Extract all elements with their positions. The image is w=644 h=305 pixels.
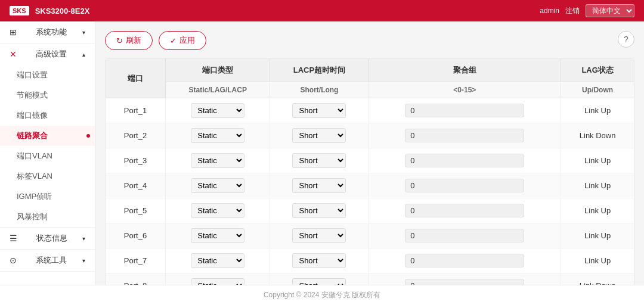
lag-group-input[interactable]: [405, 204, 524, 217]
lacp-timeout-cell[interactable]: ShortLong: [270, 198, 369, 223]
sidebar-item-tools[interactable]: ⊙ 系统工具 ▾: [0, 250, 95, 271]
lag-group-input[interactable]: [405, 129, 524, 142]
lag-status-cell: Link Up: [561, 223, 634, 248]
chevron-down-icon-3: ▾: [82, 257, 85, 264]
sidebar-item-advanced[interactable]: ✕ 高级设置 ▴: [0, 43, 95, 65]
table-container: 端口 端口类型 LACP超时时间 聚合组 LAG状态 Static/LAG/LA…: [105, 58, 634, 285]
refresh-icon: ↻: [116, 36, 123, 45]
port-type-select[interactable]: StaticLAGLACP: [191, 103, 244, 118]
sidebar-section-status: ☰ 状态信息 ▾: [0, 228, 95, 250]
username: admin: [540, 7, 559, 15]
port-name-cell: Port_3: [106, 148, 165, 173]
help-button[interactable]: ?: [618, 31, 634, 48]
lacp-timeout-select[interactable]: ShortLong: [292, 203, 346, 218]
sidebar-section-system: ⊞ 系统功能 ▾: [0, 21, 95, 43]
lag-group-cell[interactable]: [369, 173, 561, 198]
lag-group-cell[interactable]: [369, 223, 561, 248]
port-type-cell[interactable]: StaticLAGLACP: [165, 223, 270, 248]
sidebar-sub-port-mirror[interactable]: 端口镜像: [0, 105, 95, 126]
lag-status-cell: Link Up: [561, 198, 634, 223]
lag-group-cell[interactable]: [369, 148, 561, 173]
question-icon: ?: [624, 35, 628, 44]
lacp-timeout-cell[interactable]: ShortLong: [270, 148, 369, 173]
lag-group-cell[interactable]: [369, 123, 561, 148]
col-port-type-sub: Static/LAG/LACP: [165, 82, 270, 98]
port-type-cell[interactable]: StaticLAGLACP: [165, 123, 270, 148]
logo: SKS: [10, 6, 29, 15]
lacp-timeout-cell[interactable]: ShortLong: [270, 273, 369, 285]
product-name: SKS3200-8E2X: [35, 7, 90, 15]
lag-group-cell[interactable]: [369, 248, 561, 273]
port-name-cell: Port_8: [106, 273, 165, 285]
language-select[interactable]: 简体中文: [586, 4, 634, 17]
port-type-select[interactable]: StaticLAGLACP: [191, 153, 244, 168]
lacp-timeout-cell[interactable]: ShortLong: [270, 98, 369, 123]
sidebar-sub-port-settings[interactable]: 端口设置: [0, 65, 95, 85]
port-type-cell[interactable]: StaticLAGLACP: [165, 173, 270, 198]
lag-status-cell: Link Up: [561, 248, 634, 273]
apply-button[interactable]: ✓ 应用: [159, 31, 206, 50]
port-type-select[interactable]: StaticLAGLACP: [191, 128, 244, 143]
page-footer: Copyright © 2024 安徽兮克 版权所有: [0, 285, 644, 305]
lacp-timeout-select[interactable]: ShortLong: [292, 278, 346, 285]
sidebar-item-system[interactable]: ⊞ 系统功能 ▾: [0, 21, 95, 43]
lag-status-cell: Link Up: [561, 98, 634, 123]
lag-group-cell[interactable]: [369, 198, 561, 223]
sidebar-sub-power-saving[interactable]: 节能模式: [0, 85, 95, 105]
lag-group-cell[interactable]: [369, 98, 561, 123]
port-type-cell[interactable]: StaticLAGLACP: [165, 98, 270, 123]
col-port-type: 端口类型: [165, 59, 270, 82]
lacp-timeout-select[interactable]: ShortLong: [292, 178, 346, 193]
lacp-timeout-select[interactable]: ShortLong: [292, 128, 346, 143]
port-type-select[interactable]: StaticLAGLACP: [191, 278, 244, 285]
port-type-cell[interactable]: StaticLAGLACP: [165, 248, 270, 273]
table-row: Port_3StaticLAGLACPShortLongLink Up: [106, 148, 634, 173]
lag-group-input[interactable]: [405, 104, 524, 117]
lag-group-input[interactable]: [405, 179, 524, 192]
lag-status-cell: Link Up: [561, 148, 634, 173]
port-type-select[interactable]: StaticLAGLACP: [191, 203, 244, 218]
lacp-timeout-select[interactable]: ShortLong: [292, 228, 346, 243]
system-icon: ⊞: [10, 27, 17, 37]
lacp-timeout-select[interactable]: ShortLong: [292, 103, 346, 118]
table-row: Port_1StaticLAGLACPShortLongLink Up: [106, 98, 634, 123]
port-type-select[interactable]: StaticLAGLACP: [191, 253, 244, 268]
apply-label: 应用: [179, 35, 195, 46]
refresh-button[interactable]: ↻ 刷新: [105, 31, 153, 50]
lag-group-input[interactable]: [405, 279, 524, 285]
sidebar-sub-port-vlan[interactable]: 端口VLAN: [0, 146, 95, 166]
lacp-timeout-cell[interactable]: ShortLong: [270, 248, 369, 273]
port-type-cell[interactable]: StaticLAGLACP: [165, 273, 270, 285]
lacp-timeout-cell[interactable]: ShortLong: [270, 123, 369, 148]
sidebar-sub-igmp[interactable]: IGMP侦听: [0, 186, 95, 207]
port-type-select[interactable]: StaticLAGLACP: [191, 228, 244, 243]
port-type-cell[interactable]: StaticLAGLACP: [165, 148, 270, 173]
lag-status-cell: Link Down: [561, 123, 634, 148]
port-name-cell: Port_1: [106, 98, 165, 123]
col-lag-group-sub: <0-15>: [369, 82, 561, 98]
port-type-cell[interactable]: StaticLAGLACP: [165, 198, 270, 223]
lag-group-input[interactable]: [405, 229, 524, 242]
table-row: Port_7StaticLAGLACPShortLongLink Up: [106, 248, 634, 273]
lag-group-cell[interactable]: [369, 273, 561, 285]
lacp-timeout-select[interactable]: ShortLong: [292, 153, 346, 168]
port-name-cell: Port_2: [106, 123, 165, 148]
sidebar-sub-link-agg[interactable]: 链路聚合: [0, 126, 95, 146]
sidebar: ⊞ 系统功能 ▾ ✕ 高级设置 ▴ 端口设置 节能模式 端口镜像 链路聚合 端口…: [0, 21, 95, 285]
lacp-timeout-cell[interactable]: ShortLong: [270, 173, 369, 198]
lag-group-input[interactable]: [405, 154, 524, 167]
status-icon: ☰: [10, 234, 17, 243]
lag-group-input[interactable]: [405, 254, 524, 267]
sidebar-system-label: 系统功能: [36, 27, 67, 38]
logout-link[interactable]: 注销: [565, 6, 580, 16]
lacp-timeout-select[interactable]: ShortLong: [292, 253, 346, 268]
port-name-cell: Port_6: [106, 223, 165, 248]
table-row: Port_4StaticLAGLACPShortLongLink Up: [106, 173, 634, 198]
port-type-select[interactable]: StaticLAGLACP: [191, 178, 244, 193]
port-name-cell: Port_4: [106, 173, 165, 198]
sidebar-sub-tag-vlan[interactable]: 标签VLAN: [0, 166, 95, 186]
sidebar-sub-storm[interactable]: 风暴控制: [0, 207, 95, 227]
lacp-timeout-cell[interactable]: ShortLong: [270, 223, 369, 248]
col-lag-status-sub: Up/Down: [561, 82, 634, 98]
sidebar-item-status[interactable]: ☰ 状态信息 ▾: [0, 228, 95, 249]
